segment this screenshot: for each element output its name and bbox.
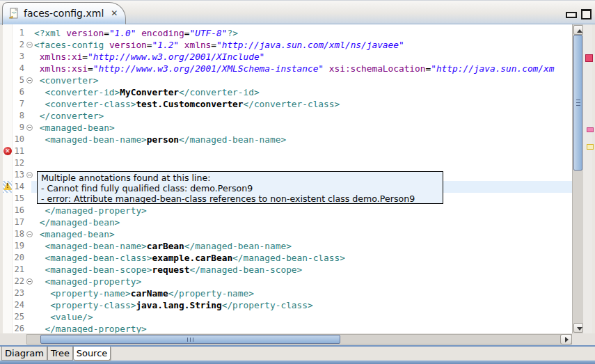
tab-faces-config[interactable]: <> faces-config.xml ✕: [2, 2, 126, 25]
line-number-3[interactable]: 3: [19, 51, 24, 63]
tab-close-icon[interactable]: ✕: [111, 9, 118, 17]
line-number-4[interactable]: 4: [19, 63, 24, 74]
line-number-8[interactable]: 8: [19, 110, 24, 122]
error-icon: ✕: [3, 147, 12, 155]
token-attr: version: [109, 40, 147, 50]
line-number-6[interactable]: 6: [19, 86, 24, 98]
token-tag: </managed-bean-name>: [184, 241, 292, 251]
line-number-22[interactable]: 22: [15, 276, 24, 287]
token-plain: [34, 253, 45, 263]
token-tag: </converter-class>: [244, 99, 340, 109]
code-line-26[interactable]: </managed-property>: [34, 323, 572, 333]
code-line-5[interactable]: <converter>: [34, 74, 572, 86]
code-line-8[interactable]: </converter>: [34, 110, 572, 122]
token-plain: [34, 264, 45, 275]
token-tag: </converter-id>: [179, 87, 260, 97]
line-number-2[interactable]: 2: [19, 39, 24, 51]
line-number-21[interactable]: 21: [15, 264, 24, 276]
minimize-icon[interactable]: [566, 12, 577, 18]
page-tab-tree[interactable]: Tree: [47, 347, 73, 361]
overview-ruler[interactable]: [583, 24, 592, 333]
code-line-12[interactable]: [34, 157, 572, 169]
horizontal-scroll-thumb[interactable]: [40, 335, 340, 344]
token-plain: [324, 63, 329, 74]
overview-error-mark[interactable]: [587, 127, 594, 132]
line-number-16[interactable]: 16: [15, 205, 24, 216]
code-line-16[interactable]: </managed-property>: [34, 205, 572, 216]
code-line-22[interactable]: <managed-property>: [34, 276, 572, 287]
overview-warning-mark[interactable]: [587, 144, 594, 150]
warning-marker-icon[interactable]: [3, 182, 12, 191]
token-attr: xmlns:xsi: [40, 63, 88, 74]
token-plain: =: [82, 52, 88, 62]
code-line-4[interactable]: xmlns:xsi="http://www.w3.org/2001/XMLSch…: [34, 63, 572, 74]
token-plain: [34, 134, 45, 145]
code-line-18[interactable]: <managed-bean>: [34, 228, 572, 240]
line-number-1[interactable]: 1: [19, 27, 24, 39]
line-number-19[interactable]: 19: [15, 240, 24, 252]
token-txt: java.lang.String: [136, 300, 221, 310]
code-line-6[interactable]: <converter-id>MyConverter</converter-id>: [34, 86, 572, 98]
code-line-2[interactable]: <faces-config version="1.2" xmlns="http:…: [34, 39, 572, 51]
token-txt: test.Customconverter: [136, 99, 243, 109]
code-line-7[interactable]: <converter-class>test.Customconverter</c…: [34, 98, 572, 110]
line-number-17[interactable]: 17: [15, 216, 24, 228]
code-line-25[interactable]: <value/>: [34, 311, 572, 323]
line-number-20[interactable]: 20: [15, 252, 24, 264]
code-line-10[interactable]: <managed-bean-name>person</managed-bean-…: [34, 134, 572, 145]
code-line-23[interactable]: <property-name>carName</property-name>: [34, 287, 572, 299]
maximize-icon[interactable]: [581, 9, 592, 19]
line-number-5[interactable]: 5: [19, 74, 24, 86]
tab-title: faces-config.xml: [24, 8, 104, 19]
error-marker-icon[interactable]: ✕: [3, 147, 12, 155]
token-val: "http://java.sun.com/xm: [431, 63, 554, 74]
token-plain: =: [104, 28, 109, 38]
line-number-11[interactable]: 11: [15, 145, 24, 157]
code-line-20[interactable]: <managed-bean-class>example.carBean</man…: [34, 252, 572, 264]
code-line-9[interactable]: <managed-bean>: [34, 122, 572, 134]
token-tag: ?>: [227, 28, 237, 38]
code-line-24[interactable]: <property-class>java.lang.String</proper…: [34, 299, 572, 311]
scroll-right-button[interactable]: [560, 334, 572, 345]
tooltip-line-1: Multiple annotations found at this line:: [41, 173, 439, 183]
overview-error-summary[interactable]: [585, 54, 593, 62]
line-number-ruler[interactable]: 1234567891011121314151617181920212223242…: [13, 24, 26, 333]
token-tag: </converter>: [40, 111, 104, 121]
code-line-11[interactable]: [34, 145, 572, 157]
line-number-12[interactable]: 12: [15, 157, 24, 169]
horizontal-scrollbar[interactable]: [0, 333, 595, 346]
token-plain: [34, 52, 40, 62]
token-plain: [179, 40, 184, 50]
line-number-24[interactable]: 24: [15, 299, 24, 311]
vertical-scroll-thumb[interactable]: [573, 35, 582, 171]
code-line-3[interactable]: xmlns:xi="http://www.w3.org/2001/XInclud…: [34, 51, 572, 63]
scroll-up-button[interactable]: [573, 25, 583, 35]
annotation-ruler[interactable]: ✕: [3, 24, 13, 333]
line-number-18[interactable]: 18: [15, 228, 24, 240]
code-line-1[interactable]: <?xml version="1.0" encoding="UTF-8"?>: [34, 27, 572, 39]
token-val: "1.2": [152, 40, 180, 50]
line-number-15[interactable]: 15: [15, 193, 24, 205]
token-tag: <managed-bean-scope>: [45, 264, 152, 275]
page-tab-diagram[interactable]: Diagram: [1, 347, 47, 361]
editor-tab-bar: <> faces-config.xml ✕: [0, 0, 595, 24]
line-number-14[interactable]: 14: [15, 181, 24, 193]
eclipse-editor-window: <> faces-config.xml ✕ ✕ 1234567891011121…: [0, 0, 595, 364]
line-number-10[interactable]: 10: [15, 134, 24, 145]
line-number-13[interactable]: 13: [15, 169, 24, 181]
line-number-9[interactable]: 9: [19, 122, 24, 134]
page-tab-source[interactable]: Source: [73, 347, 111, 361]
token-attr: xmlns: [184, 40, 212, 50]
scroll-down-button[interactable]: [573, 323, 583, 333]
vertical-scrollbar[interactable]: [572, 24, 583, 333]
code-line-19[interactable]: <managed-bean-name>carBean</managed-bean…: [34, 240, 572, 252]
token-txt: request: [152, 264, 190, 275]
token-tag: </property-name>: [168, 288, 254, 299]
line-number-23[interactable]: 23: [15, 287, 24, 299]
code-line-17[interactable]: </managed-bean>: [34, 216, 572, 228]
horizontal-scroll-track[interactable]: [26, 334, 572, 345]
code-line-21[interactable]: <managed-bean-scope>request</managed-bea…: [34, 264, 572, 276]
line-number-25[interactable]: 25: [15, 311, 24, 323]
line-number-7[interactable]: 7: [19, 98, 24, 110]
up-arrow-icon: [577, 29, 582, 33]
